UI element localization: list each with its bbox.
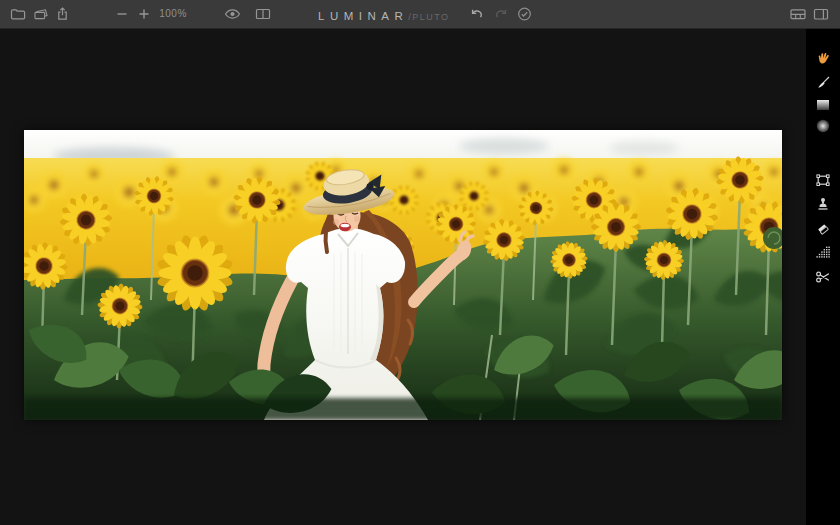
editor-canvas[interactable]: [0, 28, 806, 525]
hand-icon: [815, 50, 832, 67]
scissors-icon: [815, 269, 831, 285]
side-panel-icon: [812, 6, 830, 22]
clone-stamp-tool-button[interactable]: [806, 193, 840, 215]
hand-tool-button[interactable]: [806, 47, 840, 69]
undo-icon: [468, 6, 485, 22]
filmstrip-toggle-button[interactable]: [786, 0, 810, 28]
preview-toggle-button[interactable]: [220, 0, 244, 28]
zoom-level[interactable]: 100%: [154, 0, 192, 28]
dither-pattern-icon: [815, 244, 831, 260]
gradient-mask-tool-button[interactable]: [806, 94, 840, 116]
eraser-tool-button[interactable]: [806, 218, 840, 240]
open-file-button[interactable]: [6, 0, 30, 28]
app-title: LUMINAR/PLUTO: [318, 0, 450, 28]
share-button[interactable]: [51, 0, 75, 28]
transform-tool-button[interactable]: [806, 169, 840, 191]
eraser-icon: [815, 221, 831, 237]
undo-button[interactable]: [464, 0, 488, 28]
redo-button[interactable]: [489, 0, 513, 28]
redo-icon: [493, 6, 510, 22]
folder-icon: [9, 6, 27, 22]
top-toolbar: 100% LUMINAR/PLUTO: [0, 0, 840, 29]
zoom-in-button[interactable]: [132, 0, 156, 28]
photo-stack-icon: [32, 6, 50, 22]
apply-edits-button[interactable]: [512, 0, 536, 28]
side-panel-toggle-button[interactable]: [809, 0, 833, 28]
radial-gradient-icon: [815, 118, 831, 134]
brush-icon: [815, 75, 831, 91]
compare-split-icon: [254, 6, 272, 22]
photo-sunflower-field[interactable]: [24, 130, 782, 420]
preview-eye-icon: [223, 6, 242, 22]
brush-tool-button[interactable]: [806, 72, 840, 94]
filmstrip-icon: [789, 6, 807, 22]
brand-suffix: /PLUTO: [408, 12, 449, 22]
compare-button[interactable]: [251, 0, 275, 28]
zoom-out-button[interactable]: [110, 0, 134, 28]
radial-mask-tool-button[interactable]: [806, 115, 840, 137]
photo-library-button[interactable]: [29, 0, 53, 28]
transform-frame-icon: [815, 172, 831, 188]
zoom-in-icon: [137, 7, 151, 21]
brand-name: LUMINAR: [318, 10, 408, 22]
linear-gradient-icon: [815, 97, 831, 113]
zoom-out-icon: [115, 7, 129, 21]
clone-stamp-icon: [815, 196, 831, 212]
share-icon: [54, 6, 72, 22]
scissors-crop-tool-button[interactable]: [806, 266, 840, 288]
edits-check-icon: [516, 6, 533, 22]
dither-mask-tool-button[interactable]: [806, 241, 840, 263]
